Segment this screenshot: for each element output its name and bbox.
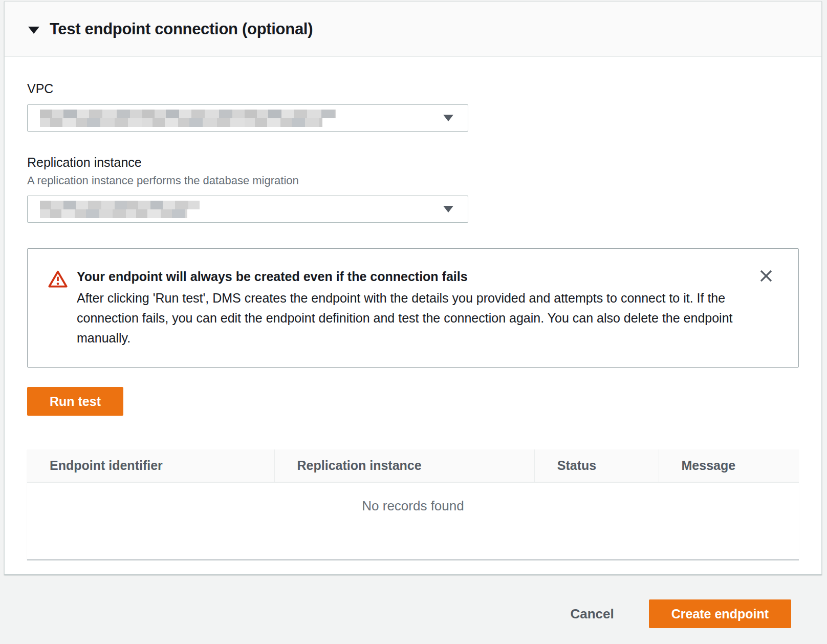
table-header-row: Endpoint identifier Replication instance… xyxy=(27,449,799,483)
vpc-field: VPC xyxy=(27,81,799,132)
column-header-message: Message xyxy=(659,449,799,482)
empty-state-text: No records found xyxy=(27,483,799,514)
table-body: No records found xyxy=(27,483,799,560)
section-title: Test endpoint connection (optional) xyxy=(50,20,313,38)
run-test-button[interactable]: Run test xyxy=(27,387,123,416)
warning-triangle-icon xyxy=(48,270,68,348)
column-header-status: Status xyxy=(534,449,659,482)
chevron-down-icon xyxy=(443,115,453,121)
column-header-endpoint-identifier: Endpoint identifier xyxy=(27,449,274,482)
form-footer: Cancel Create endpoint xyxy=(0,575,827,628)
alert-title: Your endpoint will always be created eve… xyxy=(77,269,737,284)
vpc-label: VPC xyxy=(27,81,799,96)
replication-instance-description: A replication instance performs the data… xyxy=(27,174,799,187)
warning-alert: Your endpoint will always be created eve… xyxy=(27,248,799,368)
alert-content: Your endpoint will always be created eve… xyxy=(77,269,737,348)
create-endpoint-button[interactable]: Create endpoint xyxy=(649,599,791,628)
replication-instance-label: Replication instance xyxy=(27,155,799,170)
cancel-button[interactable]: Cancel xyxy=(565,606,619,622)
replication-instance-select[interactable] xyxy=(27,196,468,223)
vpc-select[interactable] xyxy=(27,104,468,132)
replication-instance-selected-value-redacted xyxy=(40,201,200,218)
column-header-replication-instance: Replication instance xyxy=(274,449,534,482)
chevron-down-icon xyxy=(443,206,453,212)
close-icon[interactable] xyxy=(757,267,775,285)
section-body: VPC Replication instance A replication i… xyxy=(5,57,821,574)
alert-body: After clicking 'Run test', DMS creates t… xyxy=(77,288,737,348)
vpc-selected-value-redacted xyxy=(40,110,336,127)
page: Test endpoint connection (optional) VPC … xyxy=(0,1,827,628)
replication-instance-field: Replication instance A replication insta… xyxy=(27,155,799,223)
section-header[interactable]: Test endpoint connection (optional) xyxy=(5,2,821,57)
test-endpoint-section: Test endpoint connection (optional) VPC … xyxy=(4,1,822,575)
collapse-triangle-icon[interactable] xyxy=(28,27,39,34)
test-results-table: Endpoint identifier Replication instance… xyxy=(27,449,799,560)
